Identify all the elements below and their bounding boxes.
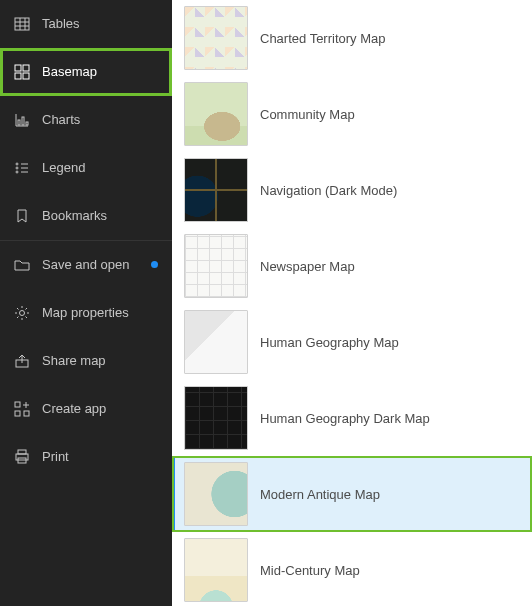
svg-rect-0 <box>15 18 29 30</box>
sidebar-item-create-app[interactable]: Create app <box>0 385 172 433</box>
basemap-item[interactable]: Navigation (Dark Mode) <box>172 152 532 228</box>
sidebar-item-label: Basemap <box>42 64 97 79</box>
basemap-thumbnail <box>184 6 248 70</box>
svg-rect-6 <box>23 65 29 71</box>
svg-rect-8 <box>23 73 29 79</box>
basemap-icon <box>14 64 30 80</box>
basemap-item-selected[interactable]: Modern Antique Map <box>172 456 532 532</box>
sidebar-item-basemap[interactable]: Basemap <box>0 48 172 96</box>
basemap-label: Charted Territory Map <box>260 31 385 46</box>
basemap-thumbnail <box>184 158 248 222</box>
sidebar-item-bookmarks[interactable]: Bookmarks <box>0 192 172 240</box>
svg-rect-24 <box>24 411 29 416</box>
basemap-thumbnail <box>184 310 248 374</box>
svg-point-16 <box>16 167 18 169</box>
sidebar-item-save-and-open[interactable]: Save and open <box>0 241 172 289</box>
basemap-label: Human Geography Map <box>260 335 399 350</box>
legend-icon <box>14 160 30 176</box>
svg-point-20 <box>20 310 25 315</box>
basemap-item[interactable]: Charted Territory Map <box>172 0 532 76</box>
svg-point-18 <box>16 171 18 173</box>
basemap-gallery: Charted Territory Map Community Map Navi… <box>172 0 532 606</box>
unsaved-indicator <box>151 261 158 268</box>
basemap-item[interactable]: Human Geography Dark Map <box>172 380 532 456</box>
print-icon <box>14 449 30 465</box>
sidebar-item-label: Save and open <box>42 257 129 272</box>
sidebar-item-charts[interactable]: Charts <box>0 96 172 144</box>
bookmarks-icon <box>14 208 30 224</box>
basemap-thumbnail <box>184 82 248 146</box>
basemap-thumbnail <box>184 462 248 526</box>
svg-point-14 <box>16 163 18 165</box>
svg-rect-5 <box>15 65 21 71</box>
basemap-label: Navigation (Dark Mode) <box>260 183 397 198</box>
basemap-item[interactable]: Mid-Century Map <box>172 532 532 606</box>
basemap-label: Community Map <box>260 107 355 122</box>
basemap-label: Newspaper Map <box>260 259 355 274</box>
svg-rect-7 <box>15 73 21 79</box>
charts-icon <box>14 112 30 128</box>
sidebar-item-map-properties[interactable]: Map properties <box>0 289 172 337</box>
basemap-item[interactable]: Human Geography Map <box>172 304 532 380</box>
svg-rect-23 <box>15 411 20 416</box>
basemap-label: Human Geography Dark Map <box>260 411 430 426</box>
basemap-thumbnail <box>184 386 248 450</box>
sidebar-item-legend[interactable]: Legend <box>0 144 172 192</box>
sidebar-item-label: Share map <box>42 353 106 368</box>
sidebar: Tables Basemap Charts Legend Bookmarks S… <box>0 0 172 606</box>
sidebar-item-label: Legend <box>42 160 85 175</box>
table-icon <box>14 16 30 32</box>
sidebar-item-print[interactable]: Print <box>0 433 172 481</box>
basemap-item[interactable]: Newspaper Map <box>172 228 532 304</box>
create-app-icon <box>14 401 30 417</box>
svg-rect-27 <box>18 450 26 454</box>
svg-rect-11 <box>18 120 20 125</box>
svg-rect-13 <box>26 122 28 125</box>
sidebar-item-label: Tables <box>42 16 80 31</box>
basemap-label: Mid-Century Map <box>260 563 360 578</box>
svg-rect-22 <box>15 402 20 407</box>
sidebar-item-label: Create app <box>42 401 106 416</box>
sidebar-item-label: Map properties <box>42 305 129 320</box>
share-icon <box>14 353 30 369</box>
gear-icon <box>14 305 30 321</box>
sidebar-item-label: Charts <box>42 112 80 127</box>
sidebar-item-share-map[interactable]: Share map <box>0 337 172 385</box>
basemap-thumbnail <box>184 234 248 298</box>
folder-icon <box>14 257 30 273</box>
sidebar-item-label: Print <box>42 449 69 464</box>
basemap-thumbnail <box>184 538 248 602</box>
sidebar-item-label: Bookmarks <box>42 208 107 223</box>
sidebar-item-tables[interactable]: Tables <box>0 0 172 48</box>
basemap-label: Modern Antique Map <box>260 487 380 502</box>
svg-rect-12 <box>22 117 24 125</box>
basemap-item[interactable]: Community Map <box>172 76 532 152</box>
